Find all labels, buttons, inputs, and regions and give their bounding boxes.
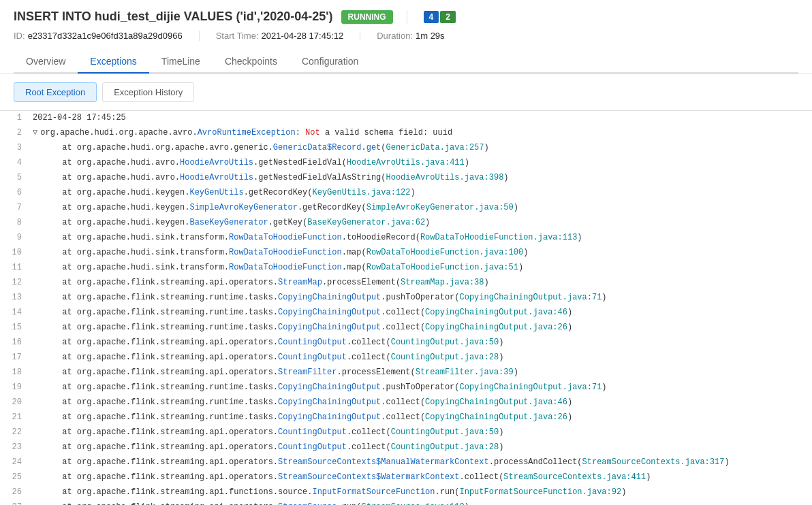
line-row: 13 at org.apache.flink.streaming.runtime… — [0, 291, 812, 306]
line-number: 13 — [0, 291, 33, 306]
line-content: at org.apache.hudi.keygen.SimpleAvroKeyG… — [33, 201, 812, 216]
line-content: at org.apache.hudi.sink.transform.RowDat… — [33, 231, 812, 246]
line-number: 19 — [0, 380, 33, 395]
line-number: 24 — [0, 455, 33, 470]
tab-timeline[interactable]: TimeLine — [149, 50, 213, 74]
line-content: at org.apache.flink.streaming.api.operat… — [33, 425, 812, 440]
line-content: 2021-04-28 17:45:25 — [33, 111, 812, 126]
tab-checkpoints[interactable]: Checkpoints — [213, 50, 290, 74]
line-content: at org.apache.hudi.avro.HoodieAvroUtils.… — [33, 156, 812, 171]
start-label: Start Time: — [216, 31, 259, 41]
line-row: 25 at org.apache.flink.streaming.api.ope… — [0, 470, 812, 485]
tab-exceptions[interactable]: Exceptions — [78, 50, 149, 74]
line-number: 4 — [0, 156, 33, 171]
badge-parallelism: 4 — [424, 11, 439, 23]
line-content: at org.apache.flink.streaming.runtime.ta… — [33, 410, 812, 425]
line-number: 14 — [0, 306, 33, 321]
exception-content: 1 2021-04-28 17:45:25 2 ▽org.apache.hudi… — [0, 111, 812, 505]
badge-group: 4 2 — [424, 11, 456, 23]
line-row: 17 at org.apache.flink.streaming.api.ope… — [0, 351, 812, 365]
line-number: 17 — [0, 351, 33, 365]
line-content: at org.apache.flink.streaming.api.functi… — [33, 485, 812, 500]
line-row: 16 at org.apache.flink.streaming.api.ope… — [0, 336, 812, 351]
line-row: 20 at org.apache.flink.streaming.runtime… — [0, 395, 812, 410]
divider — [407, 10, 407, 24]
line-content: at org.apache.hudi.sink.transform.RowDat… — [33, 246, 812, 261]
line-row: 15 at org.apache.flink.streaming.runtime… — [0, 321, 812, 336]
line-row: 10 at org.apache.hudi.sink.transform.Row… — [0, 246, 812, 261]
subtab-exception-history[interactable]: Exception History — [102, 82, 194, 102]
line-number: 20 — [0, 395, 33, 410]
line-row: 4 at org.apache.hudi.avro.HoodieAvroUtil… — [0, 156, 812, 171]
line-row: 1 2021-04-28 17:45:25 — [0, 111, 812, 126]
line-number: 7 — [0, 201, 33, 216]
line-content: at org.apache.flink.streaming.runtime.ta… — [33, 291, 812, 306]
line-content: at org.apache.flink.streaming.api.operat… — [33, 336, 812, 351]
tab-configuration[interactable]: Configuration — [290, 50, 371, 74]
line-number: 15 — [0, 321, 33, 336]
subtab-root-exception[interactable]: Root Exception — [14, 82, 97, 102]
line-number: 1 — [0, 111, 33, 126]
id-label: ID: — [14, 31, 25, 41]
line-content: at org.apache.flink.streaming.api.operat… — [33, 351, 812, 365]
line-content: at org.apache.flink.streaming.api.operat… — [33, 440, 812, 455]
line-row: 11 at org.apache.hudi.sink.transform.Row… — [0, 261, 812, 276]
subtabs: Root Exception Exception History — [0, 74, 812, 111]
line-number: 23 — [0, 440, 33, 455]
line-row: 18 at org.apache.flink.streaming.api.ope… — [0, 365, 812, 380]
line-content: at org.apache.hudi.keygen.KeyGenUtils.ge… — [33, 186, 812, 201]
line-content: ▽org.apache.hudi.org.apache.avro.AvroRun… — [33, 126, 812, 141]
duration-value: 1m 29s — [416, 31, 445, 41]
line-number: 10 — [0, 246, 33, 261]
line-content: at org.apache.flink.streaming.runtime.ta… — [33, 306, 812, 321]
line-row: 21 at org.apache.flink.streaming.runtime… — [0, 410, 812, 425]
line-content: at org.apache.flink.streaming.api.operat… — [33, 455, 812, 470]
line-content: at org.apache.flink.streaming.api.operat… — [33, 365, 812, 380]
line-number: 18 — [0, 365, 33, 380]
line-content: at org.apache.hudi.org.apache.avro.gener… — [33, 141, 812, 156]
line-row: 23 at org.apache.flink.streaming.api.ope… — [0, 440, 812, 455]
line-row: 5 at org.apache.hudi.avro.HoodieAvroUtil… — [0, 171, 812, 186]
tab-overview[interactable]: Overview — [14, 50, 78, 74]
line-row: 9 at org.apache.hudi.sink.transform.RowD… — [0, 231, 812, 246]
line-number: 26 — [0, 485, 33, 500]
line-number: 5 — [0, 171, 33, 186]
status-badge: RUNNING — [341, 10, 393, 24]
line-content: at org.apache.flink.streaming.api.operat… — [33, 276, 812, 291]
line-row: 14 at org.apache.flink.streaming.runtime… — [0, 306, 812, 321]
line-row: 12 at org.apache.flink.streaming.api.ope… — [0, 276, 812, 291]
meta-duration: Duration: 1m 29s — [377, 31, 460, 41]
line-row: 26 at org.apache.flink.streaming.api.fun… — [0, 485, 812, 500]
meta-id: ID: e23317d332a1c9e06fd31a89a29d0966 — [14, 31, 200, 41]
line-number: 9 — [0, 231, 33, 246]
line-content: at org.apache.hudi.avro.HoodieAvroUtils.… — [33, 171, 812, 186]
main-tabs: Overview Exceptions TimeLine Checkpoints… — [14, 50, 798, 74]
line-row: 19 at org.apache.flink.streaming.runtime… — [0, 380, 812, 395]
line-row: 6 at org.apache.hudi.keygen.KeyGenUtils.… — [0, 186, 812, 201]
page-header: INSERT INTO hudi_test_dijie VALUES ('id'… — [0, 0, 812, 74]
page-title: INSERT INTO hudi_test_dijie VALUES ('id'… — [14, 10, 333, 24]
line-number: 11 — [0, 261, 33, 276]
line-content: at org.apache.flink.streaming.api.operat… — [33, 500, 812, 505]
line-number: 16 — [0, 336, 33, 351]
line-row: 2 ▽org.apache.hudi.org.apache.avro.AvroR… — [0, 126, 812, 141]
start-value: 2021-04-28 17:45:12 — [262, 31, 344, 41]
line-number: 2 — [0, 126, 33, 141]
line-row: 7 at org.apache.hudi.keygen.SimpleAvroKe… — [0, 201, 812, 216]
line-row: 3 at org.apache.hudi.org.apache.avro.gen… — [0, 141, 812, 156]
line-number: 12 — [0, 276, 33, 291]
badge-count: 2 — [440, 11, 456, 23]
collapse-icon[interactable]: ▽ — [33, 128, 37, 137]
id-value: e23317d332a1c9e06fd31a89a29d0966 — [28, 31, 183, 41]
line-content: at org.apache.flink.streaming.runtime.ta… — [33, 395, 812, 410]
meta-start: Start Time: 2021-04-28 17:45:12 — [216, 31, 361, 41]
line-number: 27 — [0, 500, 33, 505]
line-content: at org.apache.flink.streaming.api.operat… — [33, 470, 812, 485]
line-number: 22 — [0, 425, 33, 440]
line-number: 6 — [0, 186, 33, 201]
line-content: at org.apache.flink.streaming.runtime.ta… — [33, 380, 812, 395]
line-row: 24 at org.apache.flink.streaming.api.ope… — [0, 455, 812, 470]
line-row: 22 at org.apache.flink.streaming.api.ope… — [0, 425, 812, 440]
duration-label: Duration: — [377, 31, 413, 41]
line-number: 25 — [0, 470, 33, 485]
